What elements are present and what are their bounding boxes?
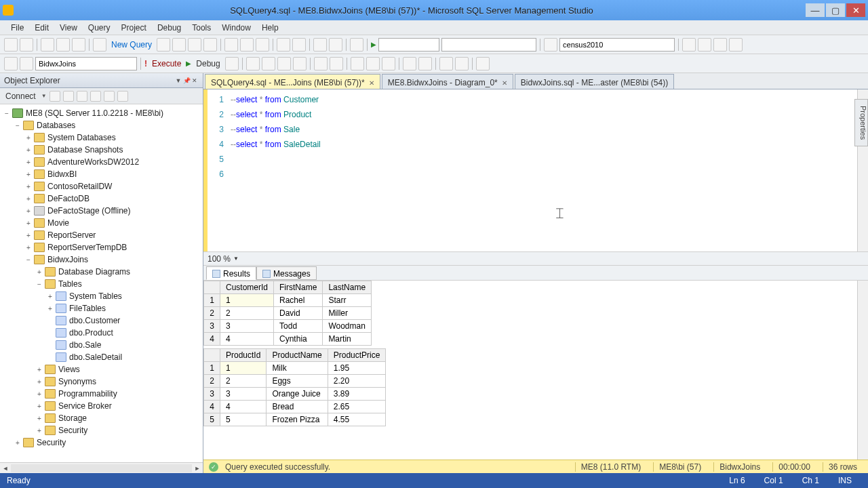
tree-bj-3[interactable]: +Service Broker [0, 400, 203, 412]
paste-button[interactable] [256, 38, 269, 52]
tree-table-5[interactable]: dbo.SaleDetail [0, 351, 203, 363]
code-area[interactable]: --select * from Customer--select * from … [226, 89, 857, 251]
tree-bj-2[interactable]: +Programmability [0, 388, 203, 400]
undo-button[interactable] [277, 38, 290, 52]
debug-button[interactable]: Debug [193, 59, 222, 68]
properties-panel-tab[interactable]: Properties [854, 99, 868, 146]
expand-icon[interactable]: + [24, 146, 33, 154]
doc-tab-0[interactable]: SQLQuery4.sql - ME...Joins (ME8\bi (57))… [205, 74, 380, 89]
tree-table-3[interactable]: dbo.Product [0, 327, 203, 339]
tab-close-icon[interactable]: ✕ [502, 79, 507, 87]
results-text-button[interactable] [351, 57, 364, 70]
comment-button[interactable] [403, 57, 416, 70]
tree-table-4[interactable]: dbo.Sale [0, 339, 203, 351]
table-row[interactable]: 22Eggs2.20 [204, 375, 386, 388]
col-header[interactable]: LastName [323, 281, 372, 294]
results-grid-1[interactable]: CustomerIdFirstNameLastName11RachelStarr… [203, 281, 372, 346]
expand-icon[interactable]: + [35, 390, 43, 398]
execute-icon[interactable]: ! [144, 59, 147, 68]
open-button[interactable] [20, 38, 33, 52]
include-plan-button[interactable] [314, 57, 328, 70]
redo-button[interactable] [292, 38, 306, 52]
expand-icon[interactable]: + [24, 232, 33, 239]
parse-button[interactable] [246, 57, 260, 70]
tree-db-4[interactable]: +DeFactoStage (Offline) [0, 205, 203, 217]
menu-file[interactable]: File [5, 22, 29, 34]
new-project-button[interactable] [4, 38, 18, 52]
doc-tab-1[interactable]: ME8.BidwxJoins - Diagram_0*✕ [382, 74, 513, 89]
find-combo[interactable] [378, 38, 439, 52]
tree-databases[interactable]: −Databases [0, 119, 203, 131]
expand-icon[interactable]: + [24, 244, 33, 251]
table-row[interactable]: 33ToddWoodman [204, 320, 372, 333]
include-stats-button[interactable] [330, 57, 343, 70]
tree-table-1[interactable]: +FileTables [0, 302, 203, 314]
tree-db-0[interactable]: +AdventureWorksDW2012 [0, 156, 203, 168]
menu-view[interactable]: View [54, 22, 83, 34]
refresh-icon[interactable] [104, 91, 115, 102]
expand-icon[interactable]: − [3, 110, 11, 117]
pin-icon[interactable]: 📌 [182, 77, 191, 84]
tree-db-8[interactable]: −BidwxJoins [0, 253, 203, 266]
messages-tab[interactable]: Messages [256, 266, 317, 280]
debug-icon[interactable]: ▶ [186, 60, 191, 67]
menu-edit[interactable]: Edit [29, 22, 54, 34]
col-header[interactable]: ProductId [220, 349, 267, 362]
results-grid-2[interactable]: ProductIdProductNameProductPrice11Milk1.… [203, 348, 386, 426]
tree-tables[interactable]: −Tables [0, 278, 203, 290]
object-explorer-header[interactable]: Object Explorer ▼ 📌 ✕ [0, 73, 203, 88]
table-row[interactable]: 33Orange Juice3.89 [204, 388, 386, 401]
tree-bj-0[interactable]: +Views [0, 363, 203, 375]
results-pane[interactable]: CustomerIdFirstNameLastName11RachelStarr… [203, 281, 868, 460]
tree-db-6[interactable]: +ReportServer [0, 229, 203, 241]
expand-icon[interactable]: − [35, 281, 43, 288]
table-row[interactable]: 11RachelStarr [204, 294, 372, 307]
table-row[interactable]: 22DavidMiller [204, 307, 372, 320]
tree-db-3[interactable]: +DeFactoDB [0, 192, 203, 205]
tree-server[interactable]: −ME8 (SQL Server 11.0.2218 - ME8\bi) [0, 107, 203, 119]
expand-icon[interactable]: + [35, 427, 43, 434]
maximize-button[interactable]: ▢ [826, 3, 845, 17]
tree-table-2[interactable]: dbo.Customer [0, 314, 203, 327]
database-combo[interactable] [35, 57, 137, 70]
results-scrollbar[interactable] [857, 281, 868, 460]
zoom-combo[interactable]: 100 % [208, 254, 231, 264]
find-scope-combo[interactable] [441, 38, 536, 52]
results-tab[interactable]: Results [206, 266, 256, 280]
expand-icon[interactable]: − [14, 122, 22, 129]
tree-snapshots[interactable]: +Database Snapshots [0, 144, 203, 156]
tb1-extra3[interactable] [713, 38, 727, 52]
tb1-extra2[interactable] [698, 38, 711, 52]
tb1-extra4[interactable] [729, 38, 743, 52]
registered-servers-button[interactable] [544, 38, 557, 52]
save-all-button[interactable] [72, 38, 85, 52]
expand-icon[interactable]: + [46, 305, 54, 312]
tab-close-icon[interactable]: ✕ [369, 79, 374, 87]
col-header[interactable]: FirstName [274, 281, 323, 294]
expand-icon[interactable]: + [24, 207, 33, 215]
tree-sysdb[interactable]: +System Databases [0, 131, 203, 144]
db-engine-query-button[interactable] [157, 38, 170, 52]
intellisense-button[interactable] [293, 57, 307, 70]
table-row[interactable]: 44CynthiaMartin [204, 333, 372, 346]
cut-button[interactable] [224, 38, 238, 52]
oe-hscrollbar[interactable]: ◄► [0, 462, 203, 473]
menu-tools[interactable]: Tools [186, 22, 216, 34]
expand-icon[interactable]: + [35, 415, 43, 422]
tree-db-1[interactable]: +BidwxBI [0, 168, 203, 180]
oe-tool-3[interactable] [77, 91, 87, 102]
new-query-icon[interactable] [93, 38, 106, 52]
expand-icon[interactable]: + [35, 366, 43, 373]
oe-close-icon[interactable]: ✕ [191, 77, 199, 84]
sql-editor[interactable]: 123456 --select * from Customer--select … [203, 89, 868, 252]
oe-tool-1[interactable] [50, 91, 60, 102]
expand-icon[interactable]: + [35, 403, 43, 410]
copy-button[interactable] [240, 38, 254, 52]
menu-debug[interactable]: Debug [152, 22, 186, 34]
menu-window[interactable]: Window [216, 22, 256, 34]
tree-db-5[interactable]: +Movie [0, 217, 203, 229]
tree-db-7[interactable]: +ReportServerTempDB [0, 241, 203, 253]
start-icon[interactable]: ▶ [371, 41, 376, 48]
expand-icon[interactable]: + [24, 134, 33, 142]
tree-bj-4[interactable]: +Storage [0, 412, 203, 424]
